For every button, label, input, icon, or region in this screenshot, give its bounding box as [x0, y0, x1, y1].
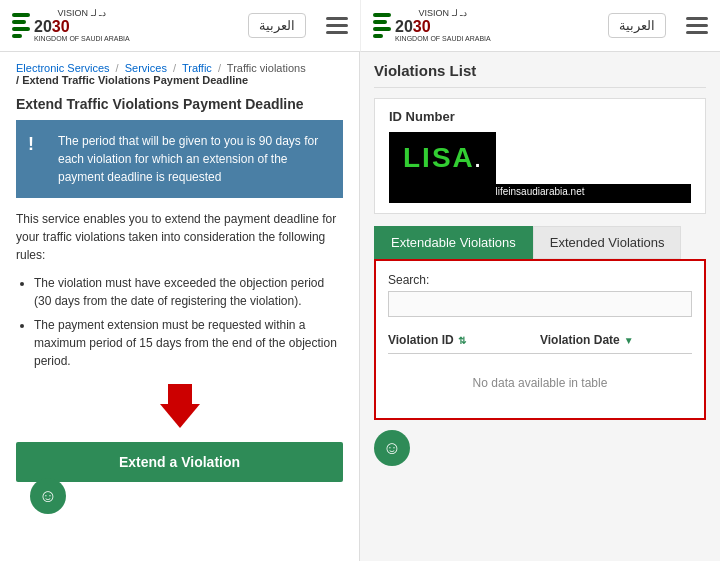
th-violation-id-label: Violation ID [388, 333, 454, 347]
vision-text-block: VISION دـ لـ 2030 KINGDOM OF SAUDI ARABI… [34, 8, 130, 43]
extend-button[interactable]: Extend a Violation [16, 442, 343, 482]
lisa-logo-container: LISA. lifeinsaudiarabia.net [389, 132, 691, 203]
chat-icon-left[interactable]: ☺ [30, 478, 66, 514]
app-header: VISION دـ لـ 2030 KINGDOM OF SAUDI ARABI… [0, 0, 720, 52]
arabic-label-right: العربية [619, 18, 655, 33]
section-title: Extend Traffic Violations Payment Deadli… [16, 96, 343, 112]
rule-2: The payment extension must be requested … [34, 316, 343, 370]
left-header: VISION دـ لـ 2030 KINGDOM OF SAUDI ARABI… [0, 0, 360, 52]
arabic-logo-left[interactable]: العربية [248, 13, 306, 38]
th-sort-icon-violation-date[interactable]: ▼ [624, 335, 634, 346]
rule-1: The violation must have exceeded the obj… [34, 274, 343, 310]
chat-icon-right[interactable]: ☺ [374, 430, 410, 466]
violations-list-title: Violations List [374, 62, 706, 88]
tab-extended-violations[interactable]: Extended Violations [533, 226, 682, 259]
left-panel: Electronic Services / Services / Traffic… [0, 52, 360, 561]
tabs-row: Extendable Violations Extended Violation… [374, 226, 706, 259]
breadcrumb-services[interactable]: Services [125, 62, 167, 74]
info-icon: ! [28, 134, 48, 155]
lisa-letter-L: L [403, 142, 422, 173]
search-input[interactable] [388, 291, 692, 317]
info-box: ! The period that will be given to you i… [16, 120, 343, 198]
th-violation-id: Violation ID ⇅ [388, 333, 540, 347]
vision-year: 2030 [34, 19, 130, 35]
lisa-dot: . [475, 149, 483, 171]
breadcrumb-sep-2: / [173, 62, 176, 74]
right-panel: Violations List ID Number LISA. lifeinsa… [360, 52, 720, 561]
lisa-letter-A: A [453, 142, 475, 173]
rules-list: The violation must have exceeded the obj… [34, 274, 343, 370]
vision-text-block-right: VISION دـ لـ 2030 KINGDOM OF SAUDI ARABI… [395, 8, 491, 43]
main-content: Electronic Services / Services / Traffic… [0, 52, 720, 561]
hamburger-left[interactable] [326, 17, 348, 34]
vision-logo: VISION دـ لـ 2030 KINGDOM OF SAUDI ARABI… [12, 8, 130, 43]
vision-logo-right: VISION دـ لـ 2030 KINGDOM OF SAUDI ARABI… [373, 8, 491, 43]
vision-year-right: 2030 [395, 19, 491, 35]
table-header: Violation ID ⇅ Violation Date ▼ [388, 327, 692, 354]
id-section: ID Number LISA. lifeinsaudiarabia.net [374, 98, 706, 214]
arabic-label-left: العربية [259, 18, 295, 33]
th-violation-date: Violation Date ▼ [540, 333, 692, 347]
search-label: Search: [388, 273, 692, 287]
breadcrumb-sep-3: / [218, 62, 221, 74]
description: This service enables you to extend the p… [16, 210, 343, 264]
lisa-logo: LISA. [389, 132, 496, 184]
breadcrumb-traffic[interactable]: Traffic [182, 62, 212, 74]
chat-smile-icon-right: ☺ [383, 438, 401, 459]
hamburger-right[interactable] [686, 17, 708, 34]
chat-smile-icon: ☺ [39, 486, 57, 507]
vision-country: KINGDOM OF SAUDI ARABIA [34, 35, 130, 43]
tab-extendable-violations[interactable]: Extendable Violations [374, 226, 533, 259]
lisa-letter-S: S [432, 142, 453, 173]
search-row: Search: [388, 273, 692, 317]
arabic-logo-right[interactable]: العربية [608, 13, 666, 38]
info-text: The period that will be given to you is … [58, 132, 331, 186]
right-header: VISION دـ لـ 2030 KINGDOM OF SAUDI ARABI… [360, 0, 720, 52]
lisa-letter-I: I [422, 142, 432, 173]
th-violation-date-label: Violation Date [540, 333, 620, 347]
no-data-message: No data available in table [388, 360, 692, 406]
vision-country-right: KINGDOM OF SAUDI ARABIA [395, 35, 491, 43]
arrow-wrapper [16, 384, 343, 428]
breadcrumb-electronic-services[interactable]: Electronic Services [16, 62, 110, 74]
violations-table-container: Search: Violation ID ⇅ Violation Date ▼ … [374, 259, 706, 420]
breadcrumb: Electronic Services / Services / Traffic… [16, 62, 343, 86]
breadcrumb-violations: Traffic violations [227, 62, 306, 74]
breadcrumb-current: / Extend Traffic Violations Payment Dead… [16, 74, 248, 86]
logo-bars-icon-right [373, 13, 391, 38]
breadcrumb-sep-1: / [116, 62, 119, 74]
logo-bars-icon [12, 13, 30, 38]
id-label: ID Number [389, 109, 691, 124]
lisa-domain: lifeinsaudiarabia.net [389, 184, 691, 203]
th-sort-icon-violation-id[interactable]: ⇅ [458, 335, 466, 346]
